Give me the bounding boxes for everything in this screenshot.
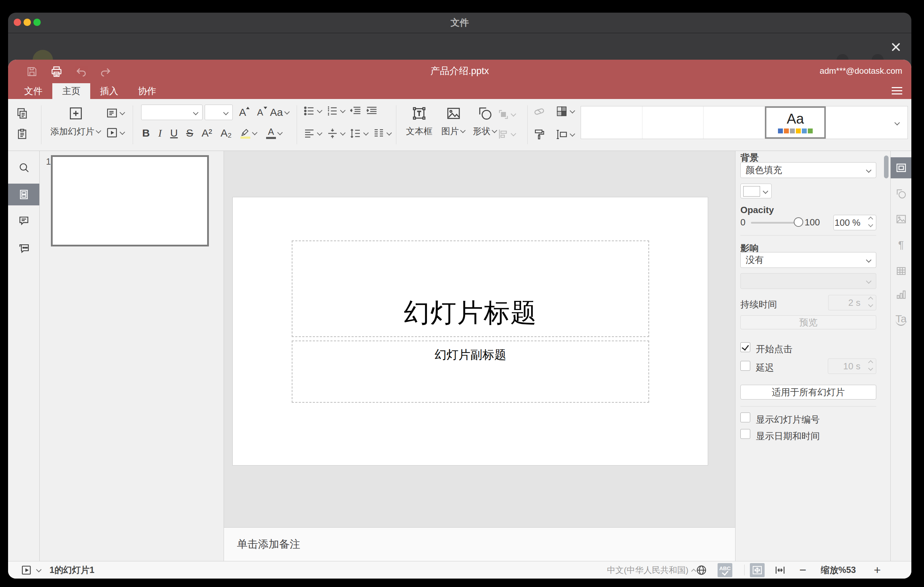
tab-insert[interactable]: 插入 — [90, 83, 128, 99]
theme-item[interactable] — [826, 106, 887, 139]
add-slide-button[interactable]: 添加幻灯片 — [50, 102, 102, 139]
globe-icon — [695, 564, 708, 576]
color-scheme-icon — [555, 105, 568, 118]
copy-button[interactable] — [16, 103, 28, 124]
zoom-out-button[interactable]: − — [796, 561, 810, 579]
sidebar-item-textart-settings: Ta — [891, 309, 911, 330]
slide-canvas: 幻灯片标题 幻灯片副标题 — [224, 151, 735, 527]
tab-file[interactable]: 文件 — [15, 83, 52, 99]
close-icon[interactable] — [890, 41, 901, 53]
line-spacing-button[interactable] — [349, 127, 369, 140]
language-button[interactable]: 中文(中华人民共和国) — [607, 561, 695, 579]
color-scheme-button[interactable] — [555, 105, 576, 118]
image-settings-icon — [895, 213, 907, 225]
theme-gallery: Aa — [581, 106, 908, 139]
italic-button[interactable]: I — [158, 127, 162, 139]
theme-item-selected[interactable]: Aa — [765, 106, 827, 139]
delay-checkbox[interactable] — [741, 361, 750, 371]
show-slide-number-checkbox[interactable] — [741, 412, 750, 422]
notes-placeholder: 单击添加备注 — [237, 537, 300, 552]
slide-size-button[interactable] — [555, 128, 576, 141]
spellcheck-toggle[interactable]: ABC — [718, 563, 732, 577]
increase-font-button[interactable]: A — [235, 105, 250, 120]
sidebar-item-slide-settings[interactable] — [891, 157, 911, 178]
theme-item[interactable] — [581, 106, 642, 139]
insert-textbox-button[interactable]: 文本框 — [402, 102, 436, 138]
title-placeholder[interactable]: 幻灯片标题 — [292, 241, 649, 337]
copy-icon — [16, 107, 28, 120]
sidebar-item-search[interactable] — [8, 157, 39, 178]
preview-button: 预览 — [741, 315, 876, 329]
presentation-editor: 产品介绍.pptx adm***@dootask.com 文件 主页 插入 协作 — [8, 60, 911, 579]
decrease-indent-button[interactable] — [349, 105, 362, 117]
apply-to-all-slides-button[interactable]: 适用于所有幻灯片 — [741, 385, 876, 399]
copy-style-button[interactable] — [533, 128, 546, 141]
opacity-slider-track[interactable] — [751, 222, 799, 224]
bold-button[interactable]: B — [142, 127, 150, 139]
superscript-button[interactable]: A² — [201, 127, 212, 139]
sidebar-item-comments[interactable] — [8, 210, 39, 232]
change-case-button[interactable]: Aa — [270, 105, 290, 120]
underline-button[interactable]: U — [170, 127, 178, 139]
slide-settings-panel: 背景 颜色填充 Opacity 0 100 100 % 影响 没有 — [735, 151, 890, 561]
horizontal-align-button[interactable] — [303, 127, 323, 140]
vertical-align-button[interactable] — [326, 127, 346, 140]
sidebar-item-image-settings — [891, 209, 911, 229]
opacity-slider-handle[interactable] — [794, 217, 803, 227]
columns-icon — [373, 127, 385, 140]
opacity-spinner[interactable]: 100 % — [833, 215, 876, 230]
numbering-button[interactable] — [326, 105, 346, 117]
increase-indent-button[interactable] — [365, 105, 378, 117]
fit-to-slide-button[interactable] — [750, 563, 765, 577]
tab-collaboration[interactable]: 协作 — [128, 83, 166, 99]
fit-width-icon — [774, 564, 786, 576]
subtitle-placeholder[interactable]: 幻灯片副标题 — [292, 341, 649, 403]
add-slide-icon — [68, 106, 84, 121]
preview-options-chevron-icon[interactable] — [36, 567, 42, 572]
panel-scrollbar[interactable] — [884, 155, 889, 178]
paste-button[interactable] — [16, 124, 28, 144]
font-size-select[interactable] — [205, 105, 233, 120]
show-slide-number-label: 显示幻灯片编号 — [756, 414, 820, 426]
tab-home[interactable]: 主页 — [52, 83, 90, 99]
strikethrough-button[interactable]: S — [186, 127, 193, 139]
insert-shape-button[interactable]: 形状 — [470, 102, 500, 138]
start-on-click-checkbox[interactable] — [741, 342, 750, 352]
font-color-button[interactable]: A — [266, 127, 283, 139]
theme-gallery-expand-button[interactable] — [887, 106, 908, 139]
effect-select[interactable]: 没有 — [741, 252, 876, 268]
slide-title-text: 幻灯片标题 — [404, 295, 537, 331]
status-bar: 1的幻灯片1 中文(中华人民共和国) ABC — [8, 561, 911, 579]
decrease-font-button[interactable]: A — [252, 105, 268, 120]
theme-item[interactable] — [642, 106, 704, 139]
slide-layout-button[interactable] — [106, 103, 125, 123]
show-date-time-checkbox[interactable] — [741, 429, 750, 439]
paste-icon — [16, 127, 28, 140]
document-language-button[interactable] — [693, 561, 710, 579]
theme-item[interactable] — [703, 106, 765, 139]
notes-area[interactable]: 单击添加备注 — [224, 527, 735, 561]
sidebar-item-slides[interactable] — [8, 184, 39, 205]
print-button[interactable] — [50, 64, 64, 79]
highlight-color-button[interactable] — [240, 127, 258, 139]
shape-settings-icon — [895, 188, 907, 200]
fill-color-button[interactable] — [741, 184, 772, 198]
start-preview-button[interactable] — [21, 564, 32, 576]
sidebar-item-chat[interactable] — [8, 237, 39, 259]
start-slideshow-button[interactable] — [106, 123, 125, 143]
font-name-select[interactable] — [141, 105, 203, 120]
bullets-button[interactable] — [303, 105, 323, 117]
columns-button[interactable] — [373, 127, 392, 140]
slide[interactable]: 幻灯片标题 幻灯片副标题 — [233, 197, 708, 465]
subscript-button[interactable]: A₂ — [221, 127, 232, 139]
insert-image-button[interactable]: 图片 — [439, 102, 469, 138]
menu-icon[interactable] — [892, 87, 902, 96]
align-shape-icon — [497, 128, 510, 140]
zoom-in-button[interactable]: + — [870, 561, 884, 579]
play-icon — [21, 564, 32, 576]
slideshow-icon — [106, 126, 118, 139]
fill-type-select[interactable]: 颜色填充 — [741, 162, 876, 178]
fit-to-width-button[interactable] — [772, 561, 788, 579]
slide-thumbnail[interactable] — [51, 155, 209, 246]
chat-icon — [18, 242, 30, 254]
